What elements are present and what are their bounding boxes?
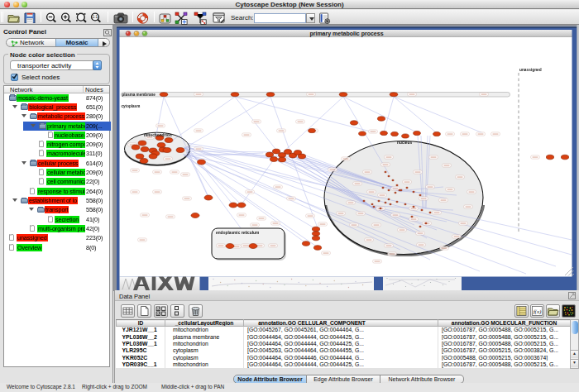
svg-text:plasma membrane: plasma membrane xyxy=(122,93,156,97)
svg-text:nucleus: nucleus xyxy=(397,141,412,145)
svg-text:primary metabolic process: primary metabolic process xyxy=(309,31,383,37)
svg-text:cytoplasm: cytoplasm xyxy=(122,104,141,108)
svg-text:f(x): f(x) xyxy=(534,308,542,315)
svg-text:unassigned: unassigned xyxy=(519,68,542,72)
svg-text:mitochondrion: mitochondrion xyxy=(144,133,172,137)
svg-text:1:1: 1:1 xyxy=(93,15,98,19)
svg-text:endoplasmic reticulum: endoplasmic reticulum xyxy=(216,231,259,235)
